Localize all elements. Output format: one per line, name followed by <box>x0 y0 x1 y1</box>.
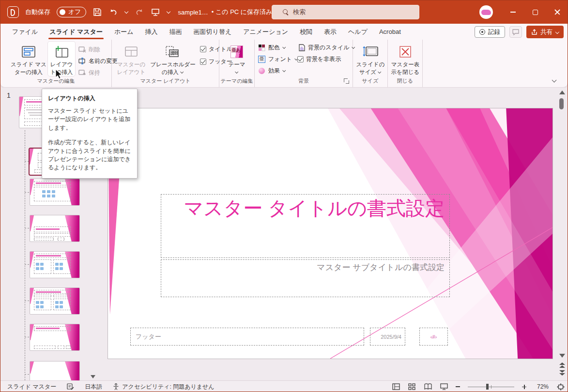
comment-icon <box>512 29 519 35</box>
themes-dropdown-icon <box>235 71 239 74</box>
content-layout-thumbnail[interactable] <box>30 179 80 206</box>
background-styles-icon <box>297 44 306 52</box>
colors-icon <box>258 44 266 52</box>
insert-slide-master-icon <box>21 44 36 60</box>
effects-icon <box>258 67 266 75</box>
group-size: スライドのサイズ サイズ <box>353 40 388 87</box>
insert-placeholder-icon <box>165 44 181 60</box>
effects-button[interactable]: 効果 <box>258 65 298 76</box>
background-dialog-launcher-icon[interactable] <box>343 77 350 84</box>
themes-button[interactable]: 亜あ テーマ <box>222 42 251 76</box>
zoom-out-button[interactable] <box>456 386 460 387</box>
tab-draw[interactable]: 描画 <box>164 24 188 40</box>
delete-icon <box>78 45 86 54</box>
save-status: • この PC に保存済み <box>212 8 273 16</box>
minimize-button[interactable] <box>502 0 524 24</box>
search-input[interactable]: 検索 <box>272 5 419 19</box>
save-icon[interactable] <box>92 7 102 17</box>
panel-scroll-down-icon[interactable] <box>91 375 95 378</box>
tab-animations[interactable]: アニメーション <box>237 24 294 40</box>
tab-acrobat[interactable]: Acrobat <box>373 24 407 39</box>
customize-qat-icon[interactable] <box>167 10 170 14</box>
scroll-up-icon[interactable] <box>559 90 565 94</box>
document-title[interactable]: sample1… • この PC に保存済み <box>178 8 280 16</box>
background-styles-button[interactable]: 背景のスタイル <box>297 42 355 53</box>
fit-slide-to-window-button[interactable] <box>556 383 565 391</box>
search-icon <box>283 9 289 15</box>
tab-slide-master[interactable]: スライド マスター <box>44 24 108 40</box>
hide-background-checkbox-box <box>297 56 304 62</box>
record-button[interactable]: 記録 <box>475 26 505 38</box>
reading-view-button[interactable] <box>424 383 432 391</box>
date-placeholder[interactable]: 2025/9/4 <box>370 328 405 346</box>
previous-slide-icon[interactable] <box>559 362 565 368</box>
zoom-slider[interactable] <box>468 384 514 390</box>
undo-icon[interactable] <box>108 7 118 17</box>
blank-layout-thumbnail[interactable] <box>30 361 80 381</box>
scroll-down-icon[interactable] <box>559 354 565 358</box>
normal-view-button[interactable] <box>392 383 400 391</box>
spellcheck-status-button[interactable] <box>67 383 74 390</box>
fonts-button[interactable]: 亜 フォント <box>258 53 298 65</box>
autosave-label: 自動保存 <box>25 8 50 16</box>
close-master-view-button[interactable]: マスター表示を閉じる <box>389 42 422 76</box>
preserve-icon <box>78 69 86 77</box>
tab-file[interactable]: ファイル <box>6 24 44 40</box>
language-button[interactable]: 日本語 <box>85 383 102 391</box>
master-layout-button: マスターのレイアウト <box>116 42 147 76</box>
insert-placeholder-button[interactable]: プレースホルダーの挿入 <box>148 42 198 76</box>
collapse-ribbon-icon[interactable] <box>552 78 557 82</box>
avatar-image <box>481 10 491 15</box>
search-placeholder: 検索 <box>293 8 306 16</box>
close-button[interactable] <box>546 0 568 24</box>
slide-sorter-view-button[interactable] <box>408 383 416 391</box>
colors-button[interactable]: 配色 <box>258 42 298 53</box>
insert-slide-master-button[interactable]: スライド マスターの挿入 <box>10 42 47 76</box>
master-subtitle-placeholder[interactable]: マスター サブタイトルの書式設定 <box>161 259 450 297</box>
scrollbar-thumb[interactable] <box>559 98 564 109</box>
start-slideshow-icon[interactable] <box>151 7 160 17</box>
zoom-slider-thumb[interactable] <box>486 384 489 390</box>
tab-view[interactable]: 表示 <box>318 24 342 40</box>
tooltip-title: レイアウトの挿入 <box>48 94 131 103</box>
footer-checkbox-box <box>200 59 206 65</box>
two-content-layout-thumbnail[interactable] <box>30 251 80 278</box>
tab-transitions[interactable]: 画面切り替え <box>188 24 238 40</box>
undo-dropdown-icon[interactable] <box>124 10 128 14</box>
slide-canvas[interactable]: マスター タイトルの書式設定 マスター サブタイトルの書式設定 フッター 202… <box>107 108 553 359</box>
master-title-placeholder[interactable]: マスター タイトルの書式設定 <box>161 194 450 258</box>
user-avatar[interactable] <box>479 5 493 19</box>
section-layout-thumbnail[interactable] <box>30 215 80 242</box>
maximize-icon <box>533 10 538 15</box>
comparison-layout-thumbnail[interactable] <box>30 287 80 315</box>
powerpoint-app-icon[interactable] <box>7 6 19 18</box>
tooltip-body-1: マスター スライド セットにユーザー設定のレイアウトを追加します。 <box>48 107 131 132</box>
zoom-percentage[interactable]: 72% <box>534 383 549 390</box>
title-only-layout-thumbnail[interactable] <box>30 324 80 351</box>
tab-home[interactable]: ホーム <box>108 24 139 40</box>
next-slide-icon[interactable] <box>559 370 565 376</box>
accessibility-icon <box>113 383 119 390</box>
comments-button[interactable] <box>509 26 522 38</box>
group-close: マスター表示を閉じる 閉じる <box>388 40 423 87</box>
rename-icon <box>78 57 86 65</box>
slide-number-placeholder[interactable]: ‹#› <box>419 328 448 346</box>
quick-access-toolbar: 自動保存 オフ <box>0 6 170 18</box>
share-button[interactable]: 共有 <box>526 26 564 38</box>
themes-icon: 亜あ <box>230 45 243 58</box>
autosave-toggle[interactable]: オフ <box>57 7 86 17</box>
tab-review[interactable]: 校閲 <box>294 24 318 40</box>
maximize-button[interactable] <box>524 0 546 24</box>
footer-placeholder[interactable]: フッター <box>130 328 364 346</box>
tab-help[interactable]: ヘルプ <box>342 24 373 40</box>
tab-insert[interactable]: 挿入 <box>139 24 164 40</box>
zoom-in-button[interactable] <box>522 385 526 389</box>
tooltip-body-2: 作成が完了すると、新しいレイアウトに合うスライドを簡単にプレゼンテーションに追加… <box>48 138 131 172</box>
insert-layout-button[interactable]: レイアウトの挿入 <box>48 42 75 76</box>
toggle-knob-icon <box>60 9 65 15</box>
slideshow-view-button[interactable] <box>440 383 448 391</box>
slide-size-button[interactable]: スライドのサイズ <box>355 42 386 76</box>
accessibility-button[interactable]: アクセシビリティ: 問題ありません <box>113 383 214 391</box>
minimize-icon <box>510 12 516 13</box>
hide-background-checkbox[interactable]: 背景を非表示 <box>297 53 355 65</box>
